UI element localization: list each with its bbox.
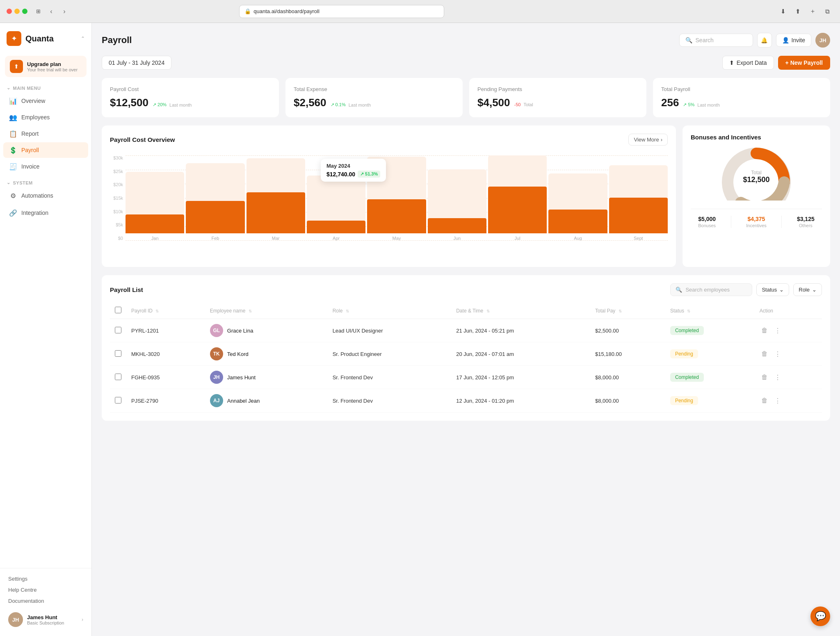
- bar-group-sept[interactable]: Sept: [609, 155, 668, 241]
- delete-btn-1[interactable]: 🗑: [760, 349, 769, 359]
- new-tab-btn[interactable]: ＋: [807, 6, 819, 17]
- action-cell-1: 🗑 ⋮: [760, 349, 817, 360]
- payroll-id-1: MKHL-3020: [131, 351, 160, 357]
- sidebar-bottom: Settings Help Centre Documentation JH Ja…: [0, 568, 91, 636]
- bar-group-jun[interactable]: Jun: [428, 155, 486, 241]
- help-link[interactable]: Help Centre: [5, 584, 87, 595]
- payroll-label: Payroll: [21, 147, 39, 153]
- dot-yellow[interactable]: [14, 9, 20, 14]
- sidebar-item-automations[interactable]: ⚙ Automations: [3, 188, 88, 203]
- select-all-checkbox[interactable]: [115, 307, 121, 313]
- emp-cell-3: AJ Annabel Jean: [210, 394, 323, 407]
- stat-badge-1: ↗ 0.1% Last month: [331, 102, 371, 107]
- donut-stat-bonuses: $5,000 Bonuses: [698, 216, 716, 228]
- overview-icon: 📊: [9, 97, 17, 105]
- emp-status-3: Pending: [670, 396, 698, 405]
- date-actions: ⬆ Export Data + New Payroll: [722, 56, 830, 70]
- employees-icon: 👥: [9, 113, 17, 121]
- col-emp-name: Employee name ⇅: [205, 303, 328, 319]
- row-checkbox-3[interactable]: [115, 397, 121, 403]
- main-nav: 📊 Overview 👥 Employees 📋 Report 💲 Payrol…: [0, 92, 91, 175]
- settings-link[interactable]: Settings: [5, 573, 87, 584]
- sidebar-item-invoice[interactable]: 🧾 Invoice: [3, 159, 88, 174]
- share-btn[interactable]: ⬆: [792, 6, 804, 17]
- emp-name-2: James Hunt: [227, 374, 256, 381]
- bar-group-mar[interactable]: Mar: [247, 155, 305, 241]
- sidebar-item-integration[interactable]: 🔗 Integration: [3, 205, 88, 221]
- list-title: Payroll List: [110, 286, 143, 293]
- logo-text: Quanta: [25, 34, 54, 43]
- bar-group-aug[interactable]: Aug: [548, 155, 607, 241]
- bar-group-feb[interactable]: Feb: [186, 155, 244, 241]
- more-btn-2[interactable]: ⋮: [773, 372, 783, 383]
- download-btn[interactable]: ⬇: [778, 6, 789, 17]
- delete-btn-2[interactable]: 🗑: [760, 372, 769, 383]
- sidebar-item-payroll[interactable]: 💲 Payroll: [3, 142, 88, 158]
- payroll-id-2: FGHE-0935: [131, 374, 160, 381]
- header-avatar[interactable]: JH: [815, 33, 830, 48]
- export-btn[interactable]: ⬆ Export Data: [722, 56, 774, 70]
- row-checkbox-0[interactable]: [115, 327, 121, 333]
- role-filter-btn[interactable]: Role ⌄: [793, 283, 822, 296]
- search-employees[interactable]: 🔍 Search employees: [670, 283, 752, 296]
- new-payroll-btn[interactable]: + New Payroll: [778, 56, 830, 70]
- invite-icon: 👤: [782, 37, 789, 43]
- emp-pay-1: $15,180.00: [590, 342, 665, 366]
- bar-label-mar: Mar: [272, 236, 280, 241]
- donut-title: Bonuses and Incentives: [691, 134, 822, 141]
- lock-icon: 🔒: [244, 8, 251, 14]
- address-bar[interactable]: 🔒 quanta.ai/dashboard/payroll: [239, 5, 444, 18]
- bar-inner-jun: [428, 218, 486, 233]
- dot-red[interactable]: [7, 9, 12, 14]
- status-filter-label: Status: [762, 287, 777, 293]
- user-profile[interactable]: JH James Hunt Basic Subscription ›: [5, 608, 87, 631]
- bar-group-jan[interactable]: Jan: [126, 155, 184, 241]
- bar-group-jul[interactable]: Jul: [488, 155, 547, 241]
- more-btn-1[interactable]: ⋮: [773, 349, 783, 360]
- donut-stat-others: $3,125 Others: [797, 216, 815, 228]
- stat-value-3: 256 ↗ 5% Last month: [661, 96, 822, 109]
- sidebar-item-report[interactable]: 📋 Report: [3, 126, 88, 141]
- status-filter-btn[interactable]: Status ⌄: [756, 283, 789, 296]
- donut-stat-incentives: $4,375 Incentives: [746, 216, 767, 228]
- upgrade-icon: ⬆: [10, 60, 23, 73]
- back-btn[interactable]: ‹: [46, 6, 57, 17]
- dot-green[interactable]: [22, 9, 27, 14]
- col-action: Action: [755, 303, 822, 319]
- donut-center-value: $12,500: [743, 176, 769, 184]
- date-filter-row: 01 July - 31 July 2024 ⬆ Export Data + N…: [102, 56, 830, 70]
- delete-btn-3[interactable]: 🗑: [760, 395, 769, 406]
- emp-pay-0: $2,500.00: [590, 319, 665, 342]
- more-btn-0[interactable]: ⋮: [773, 325, 783, 336]
- sidebar-item-employees[interactable]: 👥 Employees: [3, 109, 88, 125]
- emp-date-1: 20 Jun, 2024 - 07:01 am: [451, 342, 590, 366]
- tabs-btn[interactable]: ⧉: [822, 6, 833, 17]
- view-more-btn[interactable]: View More ›: [628, 134, 668, 146]
- search-icon: 🔍: [685, 37, 692, 43]
- row-checkbox-2[interactable]: [115, 374, 121, 380]
- invite-btn[interactable]: 👤 Invite: [776, 34, 811, 47]
- payroll-list-card: Payroll List 🔍 Search employees Status ⌄…: [102, 275, 830, 421]
- docs-link[interactable]: Documentation: [5, 595, 87, 606]
- emp-date-2: 17 Jun, 2024 - 12:05 pm: [451, 366, 590, 389]
- col-payroll-id: Payroll ID ⇅: [126, 303, 205, 319]
- bar-label-may: May: [393, 236, 401, 241]
- notification-btn[interactable]: 🔔: [757, 33, 772, 48]
- upgrade-banner[interactable]: ⬆ Upgrade plan Your free trial will be o…: [5, 56, 87, 77]
- main-content: Payroll 🔍 Search 🔔 👤 Invite JH 01 Jul: [92, 23, 840, 636]
- bar-label-jun: Jun: [453, 236, 461, 241]
- sidebar-item-overview[interactable]: 📊 Overview: [3, 93, 88, 109]
- sort-icon-name: ⇅: [249, 309, 252, 313]
- more-btn-3[interactable]: ⋮: [773, 395, 783, 406]
- row-checkbox-1[interactable]: [115, 350, 121, 357]
- date-range-btn[interactable]: 01 July - 31 July 2024: [102, 56, 171, 70]
- chat-fab[interactable]: 💬: [810, 606, 830, 626]
- tooltip-value: $12,740.00 ↗ 51.3%: [326, 171, 380, 178]
- report-icon: 📋: [9, 130, 17, 138]
- donut-incentives-label: Incentives: [746, 223, 767, 228]
- emp-cell-1: TK Ted Kord: [210, 347, 323, 360]
- search-bar[interactable]: 🔍 Search: [679, 34, 753, 47]
- sidebar-toggle-btn[interactable]: ⊞: [32, 6, 44, 17]
- delete-btn-0[interactable]: 🗑: [760, 325, 769, 336]
- forward-btn[interactable]: ›: [59, 6, 70, 17]
